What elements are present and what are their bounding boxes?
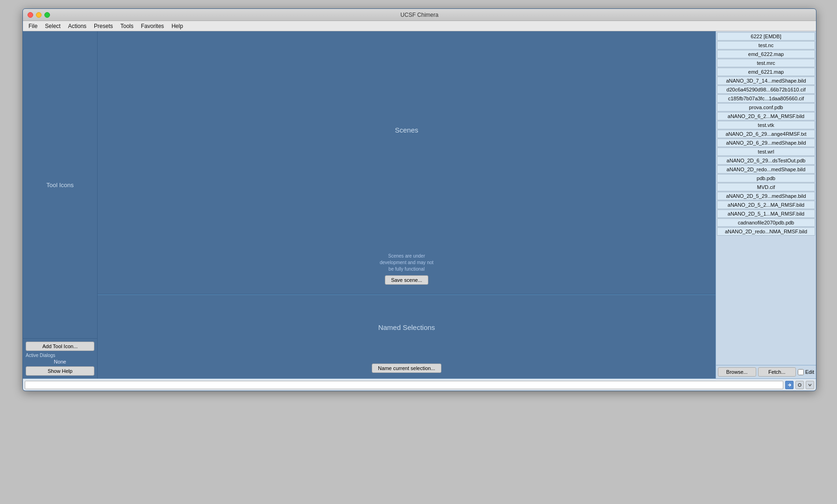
file-list-item[interactable]: c185fb7b07a3fc...1daa805660.cif — [717, 94, 815, 103]
right-panel: 6222 [EMDB]test.ncemd_6222.maptest.mrcem… — [716, 31, 816, 378]
file-list-item[interactable]: aNANO_2D_redo...NMA_RMSF.bild — [717, 227, 815, 236]
fetch-button[interactable]: Fetch... — [758, 367, 796, 377]
menu-favorites[interactable]: Favorites — [137, 22, 168, 30]
scenes-panel: Scenes Scenes are under development and … — [98, 31, 716, 294]
edit-label: Edit — [805, 369, 814, 375]
file-list-item[interactable]: d20c6a45290d98...66b72b1610.cif — [717, 85, 815, 94]
selections-title: Named Selections — [378, 323, 435, 331]
main-content: Tool Icons Add Tool Icon... Active Dialo… — [23, 31, 816, 378]
file-list-item[interactable]: aNANO_2D_redo...medShape.bild — [717, 165, 815, 174]
scenes-title: Scenes — [395, 126, 418, 134]
titlebar: UCSF Chimera — [23, 9, 816, 21]
menu-tools[interactable]: Tools — [117, 22, 137, 30]
tool-icons-label: Tool Icons — [46, 182, 74, 189]
active-dialogs-label: Active Dialogs — [26, 353, 94, 358]
menu-actions[interactable]: Actions — [64, 22, 90, 30]
tool-icons-area: Tool Icons — [23, 31, 97, 338]
file-list-item[interactable]: aNANO_2D_6_2...MA_RMSF.bild — [717, 112, 815, 120]
window-title: UCSF Chimera — [400, 12, 438, 18]
tool-sidebar-bottom: Add Tool Icon... Active Dialogs None Sho… — [23, 338, 97, 378]
file-list-item[interactable]: aNANO_2D_6_29...ange4RMSF.txt — [717, 130, 815, 138]
active-dialogs-value: None — [26, 359, 94, 364]
right-panel-bottom: Browse... Fetch... Edit — [716, 365, 816, 378]
minimize-button[interactable] — [36, 12, 42, 18]
save-scene-button[interactable]: Save scene... — [385, 275, 428, 285]
center-panels: Scenes Scenes are under development and … — [98, 31, 716, 378]
file-list: 6222 [EMDB]test.ncemd_6222.maptest.mrcem… — [716, 31, 816, 365]
menu-select[interactable]: Select — [41, 22, 64, 30]
file-list-item[interactable]: MVD.cif — [717, 183, 815, 191]
file-list-item[interactable]: 6222 [EMDB] — [717, 32, 815, 41]
edit-checkbox[interactable] — [798, 369, 804, 375]
command-input[interactable] — [25, 381, 783, 389]
file-list-item[interactable]: aNANO_2D_6_29...dsTestOut.pdb — [717, 156, 815, 165]
edit-checkbox-label[interactable]: Edit — [798, 369, 814, 375]
main-window: UCSF Chimera File Select Actions Presets… — [22, 8, 816, 391]
command-icon-2[interactable] — [795, 381, 804, 389]
file-list-item[interactable]: aNANO_2D_5_29...medShape.bild — [717, 192, 815, 200]
menu-presets[interactable]: Presets — [90, 22, 117, 30]
svg-point-0 — [798, 384, 801, 386]
file-list-item[interactable]: test.vtk — [717, 121, 815, 129]
selections-panel: Named Selections Name current selection.… — [98, 294, 716, 378]
command-icon-1[interactable] — [785, 381, 794, 389]
scenes-warning: Scenes are under development and may not… — [380, 253, 433, 273]
bottom-bar — [23, 378, 816, 391]
file-list-item[interactable]: prova.conf.pdb — [717, 103, 815, 112]
file-list-item[interactable]: pdb.pdb — [717, 174, 815, 182]
menubar: File Select Actions Presets Tools Favori… — [23, 21, 816, 31]
file-list-item[interactable]: aNANO_3D_7_14...medShape.bild — [717, 77, 815, 85]
menu-file[interactable]: File — [25, 22, 41, 30]
maximize-button[interactable] — [44, 12, 50, 18]
tool-sidebar: Tool Icons Add Tool Icon... Active Dialo… — [23, 31, 98, 378]
file-list-item[interactable]: emd_6222.map — [717, 50, 815, 58]
add-tool-button[interactable]: Add Tool Icon... — [26, 342, 94, 351]
menu-help[interactable]: Help — [168, 22, 187, 30]
command-icon-3[interactable] — [806, 381, 814, 389]
close-button[interactable] — [28, 12, 33, 18]
file-list-item[interactable]: aNANO_2D_6_29...medShape.bild — [717, 139, 815, 147]
name-selection-button[interactable]: Name current selection... — [372, 364, 441, 373]
file-list-item[interactable]: aNANO_2D_5_1...MA_RMSF.bild — [717, 210, 815, 218]
browse-button[interactable]: Browse... — [718, 367, 756, 377]
file-list-item[interactable]: test.mrc — [717, 59, 815, 67]
file-list-item[interactable]: cadnanofile2070pdb.pdb — [717, 218, 815, 227]
file-list-item[interactable]: test.wrl — [717, 147, 815, 156]
file-list-item[interactable]: test.nc — [717, 41, 815, 49]
show-help-button[interactable]: Show Help — [26, 366, 94, 376]
file-list-item[interactable]: emd_6221.map — [717, 68, 815, 76]
traffic-lights — [28, 12, 50, 18]
file-list-item[interactable]: aNANO_2D_5_2...MA_RMSF.bild — [717, 201, 815, 209]
scenes-bottom: Scenes are under development and may not… — [380, 253, 433, 285]
